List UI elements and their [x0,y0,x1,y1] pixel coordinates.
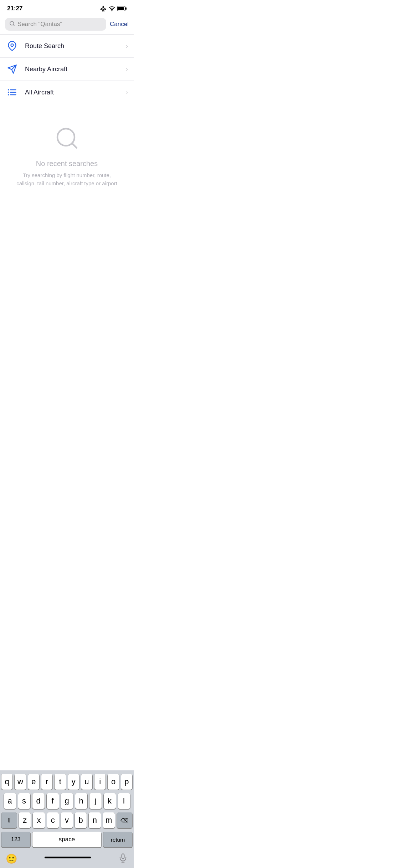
empty-subtitle: Try searching by flight number, route, c… [14,171,119,187]
menu-list: Route Search › Nearby Aircraft › All Air… [0,35,134,104]
nearby-aircraft-chevron: › [126,66,128,73]
svg-rect-3 [118,7,124,10]
menu-item-route-search[interactable]: Route Search › [0,35,134,58]
all-aircraft-chevron: › [126,89,128,96]
svg-point-0 [112,10,112,11]
all-aircraft-icon [6,87,19,97]
route-search-chevron: › [126,42,128,50]
status-icons [100,5,127,12]
status-time: 21:27 [7,5,22,12]
empty-title: No recent searches [36,160,98,168]
airplane-icon [100,5,107,12]
svg-point-13 [8,92,9,93]
cancel-button[interactable]: Cancel [110,21,129,28]
search-icon [9,21,15,28]
route-search-label: Route Search [25,42,119,50]
menu-item-nearby-aircraft[interactable]: Nearby Aircraft › [0,58,134,81]
empty-state: No recent searches Try searching by flig… [0,104,134,202]
svg-rect-2 [125,7,127,10]
nearby-aircraft-icon [6,64,19,74]
svg-point-6 [11,44,14,46]
menu-item-all-aircraft[interactable]: All Aircraft › [0,81,134,104]
svg-line-5 [13,25,14,26]
svg-point-12 [8,89,9,91]
nearby-aircraft-label: Nearby Aircraft [25,66,119,73]
battery-icon [117,6,127,11]
search-row: Cancel [0,15,134,34]
status-bar: 21:27 [0,0,134,15]
svg-line-16 [72,143,76,148]
wifi-icon [109,5,115,12]
search-input-wrap[interactable] [5,18,106,31]
svg-point-14 [8,94,9,95]
route-search-icon [6,41,19,51]
all-aircraft-label: All Aircraft [25,89,119,96]
empty-search-icon [54,125,80,153]
search-input[interactable] [17,21,102,28]
